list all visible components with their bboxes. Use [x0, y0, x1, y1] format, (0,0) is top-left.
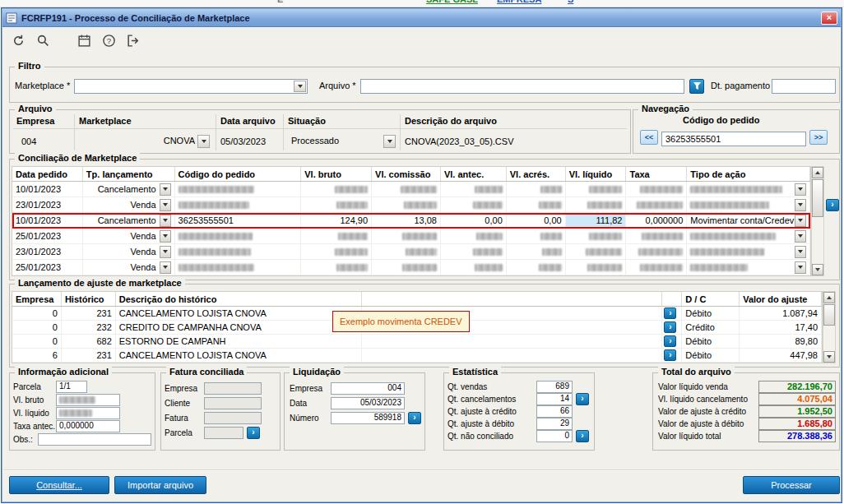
- help-button[interactable]: ?: [100, 31, 118, 49]
- conciliacao-row[interactable]: 23/01/2023 Venda: [12, 244, 810, 260]
- tp-lancamento-select[interactable]: Cancelamento: [83, 182, 175, 197]
- scroll-down-button[interactable]: [812, 264, 823, 275]
- chevron-down-icon[interactable]: [383, 135, 396, 148]
- stat-value: 66: [536, 405, 573, 418]
- background-link: EMPRESA: [497, 0, 541, 4]
- stat-detail-button[interactable]: ›: [576, 393, 589, 405]
- chevron-down-icon[interactable]: [795, 246, 806, 258]
- cell-antec: [441, 229, 507, 243]
- conciliacao-row[interactable]: 25/01/2023 Venda: [12, 260, 810, 275]
- chevron-down-icon[interactable]: [795, 230, 806, 243]
- filter-button[interactable]: [689, 79, 704, 94]
- numero-label: Número: [290, 414, 319, 423]
- tipo-acao-select[interactable]: [687, 182, 810, 197]
- redacted-value: [638, 248, 683, 256]
- detail-button[interactable]: ›: [664, 335, 676, 347]
- tp-lancamento-select[interactable]: Cancelamento: [83, 213, 175, 228]
- vertical-scrollbar[interactable]: [823, 291, 836, 363]
- fatura-cliente-field: [204, 397, 262, 409]
- conciliacao-row-selected[interactable]: 10/01/2023 Cancelamento 36253555501 124,…: [12, 213, 810, 229]
- consultar-button[interactable]: Consultar...: [9, 476, 109, 494]
- processar-button[interactable]: Processar: [743, 476, 840, 494]
- title-bar[interactable]: FCRFP191 - Processo de Conciliação de Ma…: [2, 9, 841, 27]
- cell-comissao: 13,08: [372, 213, 441, 228]
- prev-pedido-button[interactable]: <<: [640, 130, 658, 145]
- tp-lancamento-select[interactable]: Venda: [83, 229, 175, 243]
- chevron-down-icon[interactable]: [160, 261, 171, 274]
- stat-detail-button[interactable]: ›: [576, 430, 589, 442]
- chevron-down-icon[interactable]: [795, 183, 806, 196]
- filter-icon: [693, 81, 702, 90]
- chevron-down-icon[interactable]: [197, 135, 210, 148]
- scrollbar-thumb[interactable]: [812, 179, 823, 217]
- calendar-button[interactable]: [75, 31, 93, 49]
- chevron-down-icon[interactable]: [160, 199, 171, 211]
- cell-codigo: [175, 260, 302, 275]
- arquivo-input[interactable]: [360, 79, 684, 94]
- group-title: Informação adicional: [15, 367, 112, 377]
- dt-pagamento-input[interactable]: [772, 79, 836, 94]
- search-button[interactable]: [34, 31, 52, 49]
- conciliacao-row[interactable]: 25/01/2023 Venda: [12, 229, 810, 244]
- situacao-select[interactable]: Processado: [288, 134, 396, 149]
- close-button[interactable]: ×: [821, 12, 837, 25]
- chevron-down-icon[interactable]: [795, 261, 806, 274]
- ajuste-row[interactable]: 6 231 CANCELAMENTO LOJISTA CNOVA › Débit…: [12, 349, 822, 363]
- liquidacao-detail-button[interactable]: ›: [408, 412, 421, 424]
- tipo-acao-select[interactable]: [687, 229, 810, 243]
- redacted-value: [475, 264, 503, 271]
- stat-label: Qt. não conciliado: [448, 432, 513, 441]
- codigo-pedido-input[interactable]: [661, 132, 806, 146]
- cell-action: ›: [662, 307, 682, 320]
- group-title: Arquivo: [15, 104, 56, 113]
- chevron-down-icon[interactable]: [294, 81, 306, 92]
- header-separator: [13, 128, 627, 129]
- conciliacao-row[interactable]: 23/01/2023 Venda: [12, 197, 810, 213]
- next-pedido-button[interactable]: >>: [809, 130, 828, 145]
- chevron-down-icon[interactable]: [795, 199, 806, 211]
- redacted-value: [690, 186, 782, 193]
- importar-arquivo-button[interactable]: Importar arquivo: [114, 476, 206, 494]
- chevron-down-icon[interactable]: [160, 230, 171, 243]
- conciliacao-row[interactable]: 10/01/2023 Cancelamento: [12, 182, 810, 197]
- row-detail-button[interactable]: ›: [826, 199, 839, 211]
- detail-button[interactable]: ›: [664, 349, 676, 361]
- chevron-down-icon[interactable]: [160, 246, 171, 258]
- column-separator: [400, 114, 401, 150]
- navegacao-group: Navegação Código do pedido << >>: [633, 109, 840, 154]
- marketplace-select[interactable]: [74, 79, 308, 94]
- fatura-detail-button[interactable]: ›: [247, 427, 260, 439]
- vertical-scrollbar[interactable]: [811, 166, 824, 276]
- chevron-down-icon[interactable]: [160, 215, 171, 227]
- descricao-arquivo-value: CNOVA(2023_03_05).CSV: [405, 136, 513, 146]
- parcela-field[interactable]: 1/1: [56, 381, 87, 393]
- scroll-up-button[interactable]: [812, 167, 823, 178]
- exit-button[interactable]: [124, 31, 142, 49]
- tipo-acao-select[interactable]: Movimentar conta/Credev: [687, 213, 810, 228]
- col-header: Descrição do histórico: [116, 292, 362, 306]
- detail-button[interactable]: ›: [664, 321, 676, 333]
- fatura-group: Fatura conciliada Empresa Cliente Fatura…: [160, 372, 281, 451]
- total-label: Valor de ajuste à débito: [658, 419, 744, 428]
- tp-lancamento-select[interactable]: Venda: [83, 260, 175, 275]
- tp-lancamento-select[interactable]: Venda: [83, 197, 175, 212]
- col-header: Tp. lançamento: [83, 167, 175, 181]
- scroll-up-button[interactable]: [823, 292, 835, 303]
- scroll-down-button[interactable]: [823, 351, 835, 363]
- tipo-acao-select[interactable]: [687, 244, 810, 259]
- tp-lancamento-select[interactable]: Venda: [83, 244, 175, 259]
- refresh-button[interactable]: [9, 31, 27, 49]
- obs-field[interactable]: [38, 433, 151, 446]
- tipo-acao-select[interactable]: [687, 260, 810, 275]
- ajuste-row[interactable]: 0 682 ESTORNO DE CAMPANH › Débito 89,80: [12, 335, 822, 349]
- taxa-antec-field[interactable]: 0,000000: [56, 420, 120, 432]
- chevron-down-icon[interactable]: [795, 215, 806, 227]
- chevron-down-icon[interactable]: [160, 183, 171, 196]
- tipo-acao-select[interactable]: [687, 197, 810, 212]
- detail-button[interactable]: ›: [664, 307, 676, 319]
- scrollbar-thumb[interactable]: [823, 304, 835, 326]
- column-separator: [74, 114, 75, 150]
- marketplace-cell-select[interactable]: CNOVA: [79, 134, 211, 149]
- background-text: E: [277, 0, 283, 4]
- cell-data-pedido: 10/01/2023: [12, 213, 83, 228]
